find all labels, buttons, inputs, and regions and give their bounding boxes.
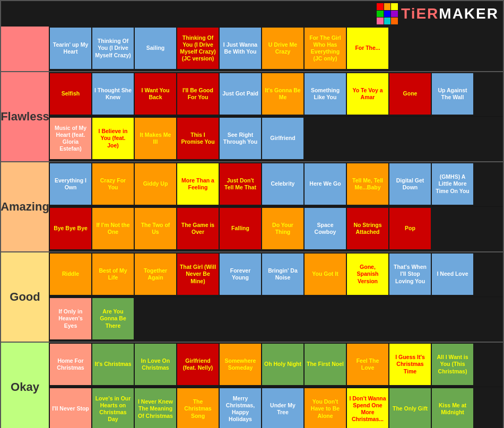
song-card[interactable]: Yo Te Voy a Amar xyxy=(347,73,388,115)
song-card[interactable]: Falling xyxy=(220,208,261,249)
tier-section-amazing: Amazing Everything I OwnCrazy For YouGid… xyxy=(1,162,503,252)
good-row-1: RiddleBest of My LifeTogether AgainThat … xyxy=(49,252,503,297)
flawless-row-1: SelfishI Thought She KnewI Want You Back… xyxy=(49,72,503,117)
song-card[interactable]: I Don't Wanna Spend One More Christmas..… xyxy=(347,388,388,428)
song-card[interactable]: Thinking Of You (I Drive Myself Crazy) xyxy=(92,28,134,69)
song-card[interactable]: Everything I Own xyxy=(50,163,91,205)
song-card[interactable]: I Thought She Knew xyxy=(92,73,134,115)
song-card[interactable]: If I'm Not the One xyxy=(92,208,134,249)
song-card[interactable]: No Strings Attached xyxy=(347,208,388,249)
song-card[interactable]: Selfish xyxy=(50,73,91,115)
song-card[interactable]: I Just Wanna Be With You xyxy=(220,28,261,69)
song-card[interactable]: I'll Never Stop xyxy=(50,388,91,428)
song-card[interactable]: The First Noel xyxy=(305,344,346,385)
song-card[interactable]: Something Like You xyxy=(305,73,346,115)
song-card[interactable]: Bye Bye Bye xyxy=(50,208,91,249)
song-card[interactable]: I'll Be Good For You xyxy=(177,73,219,115)
song-card[interactable]: Just Got Paid xyxy=(220,73,261,115)
song-card[interactable]: I Need Love xyxy=(432,254,473,295)
song-card[interactable]: Pop xyxy=(389,208,431,249)
okay-row-2: I'll Never StopLove's in Our Hearts on C… xyxy=(49,387,503,428)
tier-label-good: Good xyxy=(1,252,49,342)
song-card[interactable]: Sailing xyxy=(135,28,176,69)
flawless-row-2: Music of My Heart (feat. Gloria Estefan)… xyxy=(49,117,503,161)
tiermaker-container: TiERMAKER Tearin' up My HeartThinking Of… xyxy=(0,0,504,428)
song-card[interactable]: Tearin' up My Heart xyxy=(50,28,91,69)
song-card[interactable]: Tell Me, Tell Me...Baby xyxy=(347,163,388,205)
song-card[interactable]: Girlfriend xyxy=(262,118,303,159)
song-card[interactable]: Up Against The Wall xyxy=(432,73,473,115)
song-card[interactable]: Space Cowboy xyxy=(305,208,346,249)
song-card[interactable]: U Drive Me Crazy xyxy=(262,28,303,69)
song-card[interactable]: This I Promise You xyxy=(177,118,219,159)
song-card[interactable]: Here We Go xyxy=(305,163,346,205)
song-card[interactable]: Merry Christmas, Happy Holidays xyxy=(220,388,261,428)
song-card[interactable]: For The... xyxy=(347,28,388,69)
amazing-row-1: Everything I OwnCrazy For YouGiddy UpMor… xyxy=(49,162,503,207)
song-card[interactable]: All I Want is You (This Christmas) xyxy=(432,344,473,385)
song-card[interactable]: I Guess It's Christmas Time xyxy=(389,344,431,385)
song-card[interactable]: Digital Get Down xyxy=(389,163,431,205)
song-card[interactable]: More Than a Feeling xyxy=(177,163,219,205)
amazing-row-2: Bye Bye ByeIf I'm Not the OneThe Two of … xyxy=(49,207,503,251)
song-card[interactable]: It's Christmas xyxy=(92,344,134,385)
song-card[interactable]: In Love On Christmas xyxy=(135,344,176,385)
song-card[interactable]: I Want You Back xyxy=(135,73,176,115)
song-card[interactable]: It Makes Me Ill xyxy=(135,118,176,159)
tier-label-okay: Okay xyxy=(1,343,49,428)
song-card[interactable]: Oh Holy Night xyxy=(262,344,303,385)
song-card[interactable]: (GMHS) A Little More Time On You xyxy=(432,163,473,205)
song-card[interactable]: Somewhere Someday xyxy=(220,344,261,385)
song-card[interactable]: The Christmas Song xyxy=(177,388,219,428)
song-card[interactable]: You Got It xyxy=(305,254,346,295)
song-card[interactable]: Riddle xyxy=(50,254,91,295)
song-card[interactable]: For The Girl Who Has Everything (JC only… xyxy=(305,28,346,69)
song-card[interactable]: It's Gonna Be Me xyxy=(262,73,303,115)
song-card[interactable]: Best of My Life xyxy=(92,254,134,295)
song-card[interactable]: Gone, Spanish Version xyxy=(347,254,388,295)
song-card[interactable]: Girlfriend (feat. Nelly) xyxy=(177,344,219,385)
okay-row-1: Home For ChristmasIt's ChristmasIn Love … xyxy=(49,343,503,387)
logo-icon xyxy=(377,3,398,24)
song-card[interactable]: I Believe in You (feat. Joe) xyxy=(92,118,134,159)
header: TiERMAKER xyxy=(1,1,503,27)
tier-label-amazing: Amazing xyxy=(1,162,49,251)
song-card[interactable]: Feel The Love xyxy=(347,344,388,385)
song-card[interactable]: Together Again xyxy=(135,254,176,295)
tier-section-good: Good RiddleBest of My LifeTogether Again… xyxy=(1,252,503,343)
song-card[interactable]: That's When I'll Stop Loving You xyxy=(389,254,431,295)
song-card[interactable]: The Game is Over xyxy=(177,208,219,249)
song-card[interactable]: Home For Christmas xyxy=(50,344,91,385)
tier-label-top xyxy=(1,27,49,71)
song-card[interactable]: The Only Gift xyxy=(389,388,431,428)
song-card[interactable]: The Two of Us xyxy=(135,208,176,249)
song-card[interactable]: Are You Gonna Be There xyxy=(92,298,134,339)
song-card[interactable]: If Only in Heaven's Eyes xyxy=(50,298,91,339)
song-card[interactable]: Kiss Me at Midnight xyxy=(432,388,473,428)
tier-row-top: Tearin' up My HeartThinking Of You (I Dr… xyxy=(1,27,503,72)
song-card[interactable]: See Right Through You xyxy=(220,118,261,159)
tier-section-okay: Okay Home For ChristmasIt's ChristmasIn … xyxy=(1,343,503,428)
logo-area: TiERMAKER xyxy=(377,3,499,24)
tiermaker-logo-text: TiERMAKER xyxy=(401,5,499,22)
tier-label-flawless: Flawless xyxy=(1,72,49,161)
song-card[interactable]: Just Don't Tell Me That xyxy=(220,163,261,205)
song-card[interactable]: Love's in Our Hearts on Christmas Day xyxy=(92,388,134,428)
good-row-2: If Only in Heaven's EyesAre You Gonna Be… xyxy=(49,297,503,342)
song-card[interactable]: Thinking Of You (I Drive Myself Crazy) (… xyxy=(177,28,219,69)
tier-section-flawless: Flawless SelfishI Thought She KnewI Want… xyxy=(1,72,503,162)
song-card[interactable]: Celebrity xyxy=(262,163,303,205)
tier-content-top: Tearin' up My HeartThinking Of You (I Dr… xyxy=(49,27,503,71)
song-card[interactable]: I Never Knew The Meaning Of Christmas xyxy=(135,388,176,428)
song-card[interactable]: Bringin' Da Noise xyxy=(262,254,303,295)
song-card[interactable]: Forever Young xyxy=(220,254,261,295)
song-card[interactable]: Music of My Heart (feat. Gloria Estefan) xyxy=(50,118,91,159)
song-card[interactable]: Gone xyxy=(389,73,431,115)
song-card[interactable]: Crazy For You xyxy=(92,163,134,205)
song-card[interactable]: That Girl (Will Never Be Mine) xyxy=(177,254,219,295)
song-card[interactable]: Do Your Thing xyxy=(262,208,303,249)
song-card[interactable]: Giddy Up xyxy=(135,163,176,205)
song-card[interactable]: Under My Tree xyxy=(262,388,303,428)
song-card[interactable]: You Don't Have to Be Alone xyxy=(305,388,346,428)
